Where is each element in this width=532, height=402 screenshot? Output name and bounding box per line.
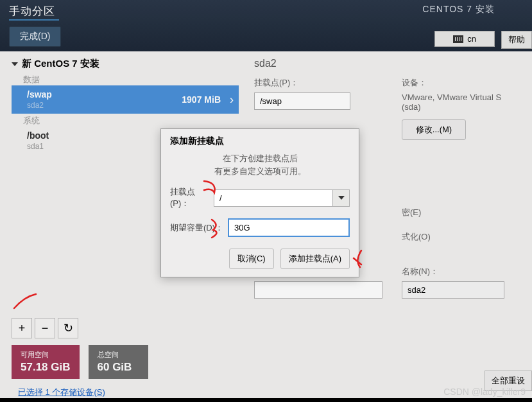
- dialog-description: 在下方创建挂载点后 有更多自定义选项可用。: [161, 150, 359, 184]
- mount-point-combo-button[interactable]: [333, 189, 350, 207]
- dialog-desired-label: 期望容量(D)：: [170, 222, 228, 234]
- chevron-down-icon: [338, 196, 345, 200]
- mount-point-combo-input[interactable]: [214, 189, 333, 207]
- dialog-mount-label: 挂载点(P)：: [170, 186, 214, 209]
- dialog-title: 添加新挂载点: [161, 129, 359, 150]
- cancel-button[interactable]: 取消(C): [229, 249, 274, 269]
- watermark: CSDN @lady_killer9: [443, 387, 526, 397]
- desired-capacity-input[interactable]: [228, 218, 350, 237]
- mount-point-combo[interactable]: [214, 189, 350, 207]
- add-mount-point-button[interactable]: 添加挂载点(A): [280, 249, 350, 269]
- add-mount-point-dialog: 添加新挂载点 在下方创建挂载点后 有更多自定义选项可用。 挂载点(P)： 期望容…: [160, 128, 359, 277]
